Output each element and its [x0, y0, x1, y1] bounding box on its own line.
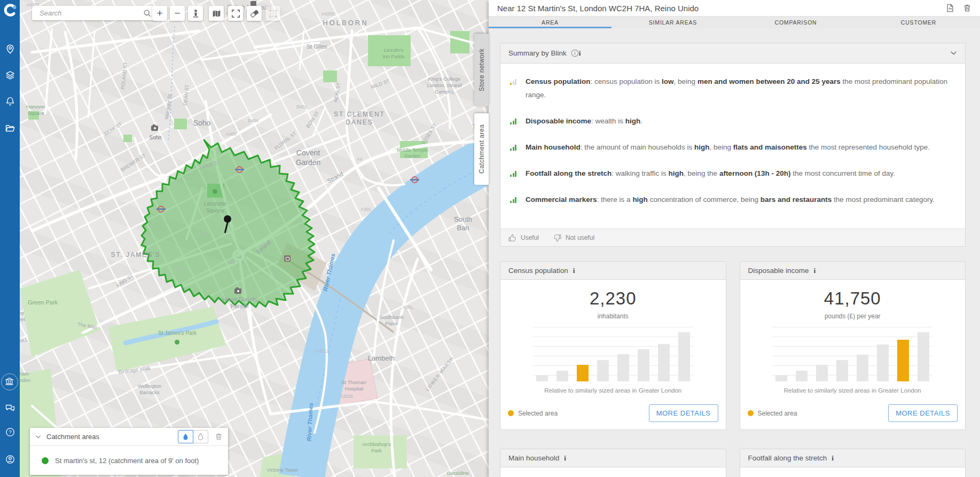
- disposable-income-card: Disposable income 41,750 pounds (£) per …: [740, 261, 966, 430]
- summary-item: Main household: the amount of main house…: [510, 140, 954, 154]
- summary-text: Main household: the amount of main house…: [526, 140, 930, 154]
- droplet-filled-button[interactable]: [178, 430, 193, 443]
- thumb-up-icon: [508, 233, 517, 243]
- fullscreen-button[interactable]: [228, 6, 243, 21]
- sidebar-item-projects[interactable]: [0, 121, 20, 137]
- info-icon[interactable]: [564, 454, 566, 463]
- sidebar-item-layers[interactable]: [0, 68, 20, 84]
- map-search: [32, 6, 156, 20]
- trash-icon: [963, 4, 971, 12]
- chart-legend: Selected area: [748, 410, 797, 417]
- card-header: Disposable income: [740, 262, 966, 280]
- census-chart: [533, 327, 693, 381]
- sidebar-item-chat[interactable]: [0, 401, 20, 417]
- select-area-button[interactable]: [265, 6, 280, 21]
- chart-legend: Selected area: [508, 410, 558, 417]
- bar: [877, 345, 889, 381]
- more-details-button[interactable]: MORE DETAILS: [649, 404, 718, 422]
- not-useful-button[interactable]: Not useful: [553, 233, 594, 243]
- sidebar-item-locations[interactable]: [0, 42, 20, 58]
- zoom-out-button[interactable]: −: [170, 6, 185, 21]
- mini-bar-chart-icon: [510, 197, 518, 203]
- select-area-icon: [268, 9, 278, 19]
- export-pdf-button[interactable]: [946, 4, 954, 12]
- collapse-chevron-icon[interactable]: [35, 435, 41, 439]
- panel-content: Summary by Blink Census population: cens…: [489, 28, 980, 477]
- mini-bar-chart-icon: [510, 79, 518, 85]
- sidebar-item-bank[interactable]: [1, 373, 18, 390]
- panel-title: Near 12 St Martin's St, London WC2H 7HA,…: [497, 4, 937, 13]
- bar: [836, 360, 848, 381]
- plus-icon: +: [156, 7, 162, 19]
- card-title: Footfall along the stretch: [748, 454, 827, 462]
- summary-text: Commercial markers: there is a high conc…: [526, 193, 935, 206]
- stat-value: 41,750: [740, 288, 966, 309]
- eraser-icon: [249, 9, 260, 19]
- search-icon[interactable]: [143, 9, 152, 18]
- delete-analysis-button[interactable]: [963, 4, 971, 12]
- useful-button[interactable]: Useful: [508, 233, 539, 243]
- map-canvas[interactable]: HOLBORNSt GilesLincoln's Inn FieldsBriti…: [20, 0, 489, 477]
- census-population-card: Census population 2,230 inhabitants Rela…: [500, 261, 726, 430]
- info-circle-icon[interactable]: [571, 49, 581, 58]
- zoom-in-button[interactable]: +: [152, 6, 167, 21]
- tab-similar-areas[interactable]: SIMILAR AREAS: [611, 17, 734, 28]
- tab-comparison[interactable]: COMPARISON: [734, 17, 857, 28]
- sidebar-item-account[interactable]: [0, 452, 20, 468]
- svg-text:?: ?: [9, 429, 11, 435]
- catchment-color-dot: [42, 457, 49, 464]
- summary-text: Disposable income: wealth is high.: [526, 114, 642, 128]
- sidebar: ?: [0, 0, 20, 477]
- info-icon[interactable]: [814, 267, 816, 275]
- erase-button[interactable]: [247, 6, 262, 21]
- tube-station-icon: [236, 166, 243, 173]
- bar-selected-area: [577, 365, 589, 381]
- store-location-pin[interactable]: [223, 215, 232, 237]
- bar: [678, 332, 690, 381]
- bar: [857, 355, 868, 381]
- stat-unit: pounds (£) per year: [740, 312, 966, 320]
- map-style-button[interactable]: [209, 6, 224, 21]
- street-view-button[interactable]: [188, 6, 203, 21]
- bar: [597, 360, 609, 381]
- droplet-outline-button[interactable]: [193, 430, 208, 443]
- layers-icon: [5, 70, 15, 83]
- bar: [796, 371, 807, 381]
- info-icon[interactable]: [573, 267, 575, 275]
- tab-area[interactable]: AREA: [489, 17, 611, 28]
- sidebar-item-help[interactable]: ?: [0, 425, 20, 441]
- attraction-camera-icon: [234, 288, 241, 294]
- summary-item: Disposable income: wealth is high.: [510, 114, 954, 128]
- side-tab-store-network[interactable]: Store network: [474, 34, 489, 106]
- map-icon: [211, 9, 222, 19]
- catchment-item-label: St martin's st, 12 (catchment area of 9'…: [55, 457, 199, 465]
- sidebar-item-notifications[interactable]: [0, 95, 20, 111]
- basemap: [20, 0, 489, 477]
- income-chart: [772, 327, 932, 381]
- tube-station-icon: [411, 176, 418, 183]
- geoblink-logo-icon: [0, 0, 20, 20]
- selected-area-dot: [748, 410, 754, 416]
- park-tree-icon: [175, 340, 179, 345]
- bar: [658, 344, 670, 381]
- catchment-panel-title: Catchment areas: [46, 433, 178, 441]
- stat-value: 2,230: [500, 288, 726, 309]
- help-icon: ?: [5, 427, 15, 440]
- delete-catchment-icon[interactable]: [215, 433, 223, 441]
- side-tab-catchment-area[interactable]: Catchment area: [474, 113, 489, 185]
- info-icon[interactable]: [832, 454, 834, 463]
- folder-icon: [5, 123, 15, 136]
- attraction-camera-icon: [151, 126, 158, 131]
- rail-station-icon: [284, 255, 291, 262]
- summary-item: Commercial markers: there is a high conc…: [510, 193, 954, 206]
- fill-toggle-group: [178, 430, 208, 443]
- catchment-list-item[interactable]: St martin's st, 12 (catchment area of 9'…: [30, 446, 228, 475]
- panel-header: Near 12 St Martin's St, London WC2H 7HA,…: [489, 0, 980, 17]
- more-details-button[interactable]: MORE DETAILS: [888, 404, 958, 422]
- bar: [617, 354, 629, 381]
- tab-customer[interactable]: CUSTOMER: [857, 17, 980, 28]
- summary-header[interactable]: Summary by Blink: [500, 43, 965, 64]
- search-input[interactable]: [38, 9, 143, 18]
- collapse-chevron-icon[interactable]: [950, 51, 957, 56]
- pegman-icon: [191, 9, 201, 19]
